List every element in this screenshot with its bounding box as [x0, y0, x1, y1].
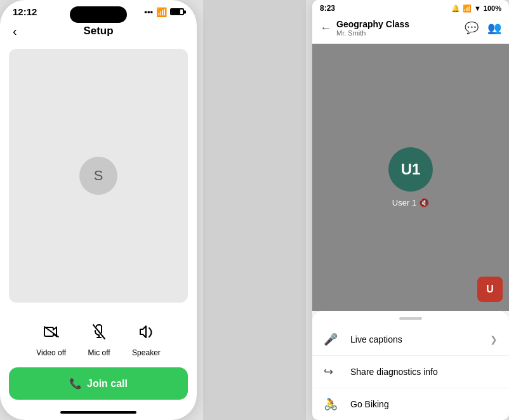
call-user-avatar: U1	[388, 147, 433, 192]
call-subtitle: Mr. Smith	[336, 29, 465, 37]
call-user-label: User 1 🔇	[392, 198, 429, 207]
join-label: Join call	[87, 378, 128, 390]
chat-icon[interactable]: 💬	[465, 21, 479, 35]
wifi-icon: •••	[144, 7, 153, 16]
setup-header: ‹ Setup	[0, 20, 197, 43]
call-title: Geography Class	[336, 19, 465, 29]
speaker-icon	[132, 318, 160, 346]
mic-off-label: Mic off	[88, 348, 110, 357]
live-captions-item[interactable]: 🎤 Live captions ❯	[312, 324, 509, 356]
notification-icon: 🔔	[451, 4, 460, 13]
home-indicator-left	[60, 411, 136, 414]
call-header-info: Geography Class Mr. Smith	[336, 19, 465, 37]
sheet-handle	[399, 317, 422, 320]
status-bar-right: 8:23 🔔 📶 ▼ 100%	[312, 0, 509, 15]
mic-off-control[interactable]: Mic off	[85, 318, 113, 357]
join-icon: 📞	[69, 377, 82, 390]
go-biking-label: Go Biking	[350, 399, 498, 409]
wifi-signal-icon: 📶	[156, 7, 167, 17]
status-bar-left: 12:12 ••• 📶	[0, 0, 197, 20]
go-biking-icon: 🚴	[324, 397, 341, 411]
share-diagnostics-icon: ↪	[324, 365, 341, 379]
status-icons-right: 🔔 📶 ▼ 100%	[451, 4, 501, 13]
live-captions-label: Live captions	[350, 334, 490, 345]
battery-right: 100%	[484, 4, 501, 12]
mic-off-icon	[85, 318, 113, 346]
time-left: 12:12	[13, 6, 37, 17]
live-captions-arrow: ❯	[490, 334, 498, 345]
gap	[203, 0, 306, 420]
call-user-name: User 1	[392, 198, 416, 207]
call-header: ← Geography Class Mr. Smith 💬 👥	[312, 15, 509, 44]
go-biking-item[interactable]: 🚴 Go Biking	[312, 388, 509, 420]
controls-row: Video off Mic off Speaker	[0, 309, 197, 364]
left-phone: 12:12 ••• 📶 ‹ Setup S Video off	[0, 0, 197, 420]
participants-icon[interactable]: 👥	[487, 21, 501, 35]
share-diagnostics-item[interactable]: ↪ Share diagnostics info	[312, 356, 509, 388]
muted-icon: 🔇	[419, 198, 429, 207]
video-off-icon	[37, 318, 65, 346]
setup-title: Setup	[83, 25, 113, 37]
speaker-label: Speaker	[132, 348, 161, 357]
status-icons-left: ••• 📶	[144, 7, 184, 17]
live-captions-icon: 🎤	[324, 332, 341, 346]
float-user-button[interactable]: U	[477, 277, 503, 302]
wifi-right-icon: ▼	[474, 4, 481, 12]
video-preview: S	[9, 49, 188, 303]
right-phone: 8:23 🔔 📶 ▼ 100% ← Geography Class Mr. Sm…	[312, 0, 509, 420]
video-off-label: Video off	[36, 348, 66, 357]
video-off-control[interactable]: Video off	[36, 318, 66, 357]
signal-icon: 📶	[463, 4, 472, 13]
time-right: 8:23	[320, 4, 335, 13]
call-header-actions: 💬 👥	[465, 21, 501, 35]
battery-icon	[170, 8, 184, 15]
speaker-control[interactable]: Speaker	[132, 318, 161, 357]
back-button[interactable]: ‹	[13, 24, 17, 39]
call-body: U1 User 1 🔇 U	[312, 44, 509, 311]
user-avatar: S	[79, 157, 117, 195]
share-diagnostics-label: Share diagnostics info	[350, 367, 498, 377]
bottom-sheet: 🎤 Live captions ❯ ↪ Share diagnostics in…	[312, 311, 509, 420]
call-back-button[interactable]: ←	[320, 22, 331, 35]
join-call-button[interactable]: 📞 Join call	[9, 367, 188, 400]
